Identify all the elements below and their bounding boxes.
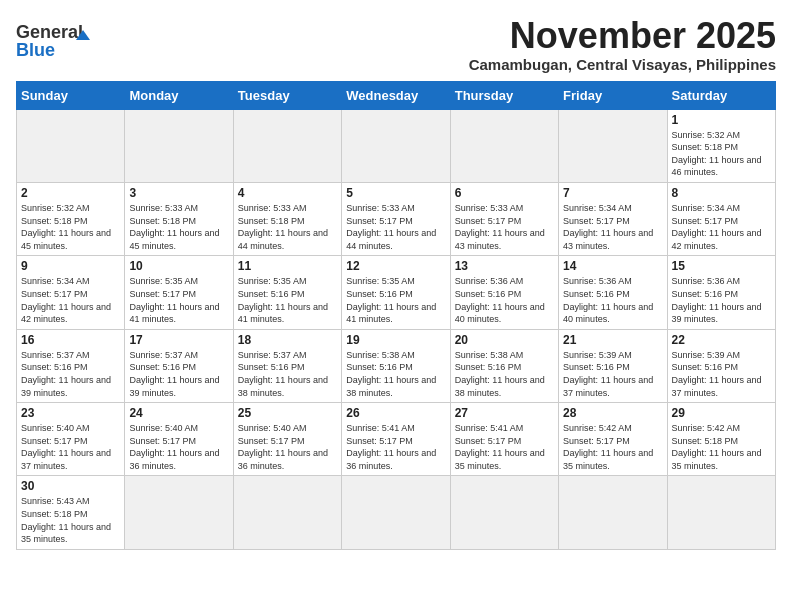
table-row: 2Sunrise: 5:32 AMSunset: 5:18 PMDaylight… [17, 182, 125, 255]
day-number: 10 [129, 259, 228, 273]
calendar-row: 2Sunrise: 5:32 AMSunset: 5:18 PMDaylight… [17, 182, 776, 255]
header-monday: Monday [125, 81, 233, 109]
day-number: 26 [346, 406, 445, 420]
title-area: November 2025 Camambugan, Central Visaya… [469, 16, 776, 73]
day-number: 23 [21, 406, 120, 420]
empty-cell [233, 109, 341, 182]
day-info: Sunrise: 5:34 AMSunset: 5:17 PMDaylight:… [672, 202, 771, 252]
table-row: 17Sunrise: 5:37 AMSunset: 5:16 PMDayligh… [125, 329, 233, 402]
day-number: 21 [563, 333, 662, 347]
day-info: Sunrise: 5:36 AMSunset: 5:16 PMDaylight:… [672, 275, 771, 325]
day-info: Sunrise: 5:32 AMSunset: 5:18 PMDaylight:… [672, 129, 771, 179]
day-info: Sunrise: 5:37 AMSunset: 5:16 PMDaylight:… [21, 349, 120, 399]
table-row: 13Sunrise: 5:36 AMSunset: 5:16 PMDayligh… [450, 256, 558, 329]
logo: General Blue [16, 16, 106, 71]
day-number: 29 [672, 406, 771, 420]
day-number: 27 [455, 406, 554, 420]
empty-cell [17, 109, 125, 182]
day-number: 19 [346, 333, 445, 347]
empty-cell [450, 109, 558, 182]
table-row: 9Sunrise: 5:34 AMSunset: 5:17 PMDaylight… [17, 256, 125, 329]
day-info: Sunrise: 5:36 AMSunset: 5:16 PMDaylight:… [455, 275, 554, 325]
table-row: 29Sunrise: 5:42 AMSunset: 5:18 PMDayligh… [667, 403, 775, 476]
table-row: 21Sunrise: 5:39 AMSunset: 5:16 PMDayligh… [559, 329, 667, 402]
table-row: 30Sunrise: 5:43 AMSunset: 5:18 PMDayligh… [17, 476, 125, 549]
calendar-row: 30Sunrise: 5:43 AMSunset: 5:18 PMDayligh… [17, 476, 776, 549]
table-row: 24Sunrise: 5:40 AMSunset: 5:17 PMDayligh… [125, 403, 233, 476]
header-sunday: Sunday [17, 81, 125, 109]
day-number: 14 [563, 259, 662, 273]
day-number: 25 [238, 406, 337, 420]
month-title: November 2025 [469, 16, 776, 56]
empty-cell [559, 476, 667, 549]
day-info: Sunrise: 5:37 AMSunset: 5:16 PMDaylight:… [238, 349, 337, 399]
day-info: Sunrise: 5:43 AMSunset: 5:18 PMDaylight:… [21, 495, 120, 545]
table-row: 3Sunrise: 5:33 AMSunset: 5:18 PMDaylight… [125, 182, 233, 255]
calendar-row: 1Sunrise: 5:32 AMSunset: 5:18 PMDaylight… [17, 109, 776, 182]
day-info: Sunrise: 5:33 AMSunset: 5:18 PMDaylight:… [238, 202, 337, 252]
day-info: Sunrise: 5:41 AMSunset: 5:17 PMDaylight:… [346, 422, 445, 472]
table-row: 7Sunrise: 5:34 AMSunset: 5:17 PMDaylight… [559, 182, 667, 255]
day-number: 13 [455, 259, 554, 273]
day-number: 20 [455, 333, 554, 347]
empty-cell [342, 476, 450, 549]
day-number: 8 [672, 186, 771, 200]
day-info: Sunrise: 5:40 AMSunset: 5:17 PMDaylight:… [21, 422, 120, 472]
svg-text:Blue: Blue [16, 40, 55, 60]
table-row: 23Sunrise: 5:40 AMSunset: 5:17 PMDayligh… [17, 403, 125, 476]
svg-text:General: General [16, 22, 83, 42]
day-number: 6 [455, 186, 554, 200]
day-info: Sunrise: 5:39 AMSunset: 5:16 PMDaylight:… [563, 349, 662, 399]
day-number: 9 [21, 259, 120, 273]
day-info: Sunrise: 5:39 AMSunset: 5:16 PMDaylight:… [672, 349, 771, 399]
day-info: Sunrise: 5:36 AMSunset: 5:16 PMDaylight:… [563, 275, 662, 325]
header-thursday: Thursday [450, 81, 558, 109]
day-info: Sunrise: 5:40 AMSunset: 5:17 PMDaylight:… [129, 422, 228, 472]
day-number: 11 [238, 259, 337, 273]
empty-cell [450, 476, 558, 549]
day-info: Sunrise: 5:33 AMSunset: 5:18 PMDaylight:… [129, 202, 228, 252]
table-row: 27Sunrise: 5:41 AMSunset: 5:17 PMDayligh… [450, 403, 558, 476]
empty-cell [667, 476, 775, 549]
location-title: Camambugan, Central Visayas, Philippines [469, 56, 776, 73]
table-row: 4Sunrise: 5:33 AMSunset: 5:18 PMDaylight… [233, 182, 341, 255]
day-number: 3 [129, 186, 228, 200]
day-info: Sunrise: 5:38 AMSunset: 5:16 PMDaylight:… [455, 349, 554, 399]
day-info: Sunrise: 5:32 AMSunset: 5:18 PMDaylight:… [21, 202, 120, 252]
page-header: General Blue November 2025 Camambugan, C… [16, 16, 776, 73]
day-number: 7 [563, 186, 662, 200]
empty-cell [233, 476, 341, 549]
day-info: Sunrise: 5:35 AMSunset: 5:16 PMDaylight:… [346, 275, 445, 325]
table-row: 25Sunrise: 5:40 AMSunset: 5:17 PMDayligh… [233, 403, 341, 476]
table-row: 26Sunrise: 5:41 AMSunset: 5:17 PMDayligh… [342, 403, 450, 476]
day-info: Sunrise: 5:34 AMSunset: 5:17 PMDaylight:… [563, 202, 662, 252]
table-row: 22Sunrise: 5:39 AMSunset: 5:16 PMDayligh… [667, 329, 775, 402]
header-wednesday: Wednesday [342, 81, 450, 109]
calendar-row: 23Sunrise: 5:40 AMSunset: 5:17 PMDayligh… [17, 403, 776, 476]
day-number: 4 [238, 186, 337, 200]
day-number: 18 [238, 333, 337, 347]
day-info: Sunrise: 5:35 AMSunset: 5:17 PMDaylight:… [129, 275, 228, 325]
table-row: 14Sunrise: 5:36 AMSunset: 5:16 PMDayligh… [559, 256, 667, 329]
day-number: 15 [672, 259, 771, 273]
table-row: 20Sunrise: 5:38 AMSunset: 5:16 PMDayligh… [450, 329, 558, 402]
calendar-row: 16Sunrise: 5:37 AMSunset: 5:16 PMDayligh… [17, 329, 776, 402]
header-friday: Friday [559, 81, 667, 109]
empty-cell [342, 109, 450, 182]
day-info: Sunrise: 5:37 AMSunset: 5:16 PMDaylight:… [129, 349, 228, 399]
day-number: 16 [21, 333, 120, 347]
header-tuesday: Tuesday [233, 81, 341, 109]
day-number: 5 [346, 186, 445, 200]
day-info: Sunrise: 5:40 AMSunset: 5:17 PMDaylight:… [238, 422, 337, 472]
day-number: 17 [129, 333, 228, 347]
table-row: 6Sunrise: 5:33 AMSunset: 5:17 PMDaylight… [450, 182, 558, 255]
table-row: 18Sunrise: 5:37 AMSunset: 5:16 PMDayligh… [233, 329, 341, 402]
day-number: 12 [346, 259, 445, 273]
day-info: Sunrise: 5:33 AMSunset: 5:17 PMDaylight:… [455, 202, 554, 252]
table-row: 16Sunrise: 5:37 AMSunset: 5:16 PMDayligh… [17, 329, 125, 402]
table-row: 5Sunrise: 5:33 AMSunset: 5:17 PMDaylight… [342, 182, 450, 255]
empty-cell [125, 476, 233, 549]
day-info: Sunrise: 5:34 AMSunset: 5:17 PMDaylight:… [21, 275, 120, 325]
calendar-table: Sunday Monday Tuesday Wednesday Thursday… [16, 81, 776, 550]
empty-cell [559, 109, 667, 182]
